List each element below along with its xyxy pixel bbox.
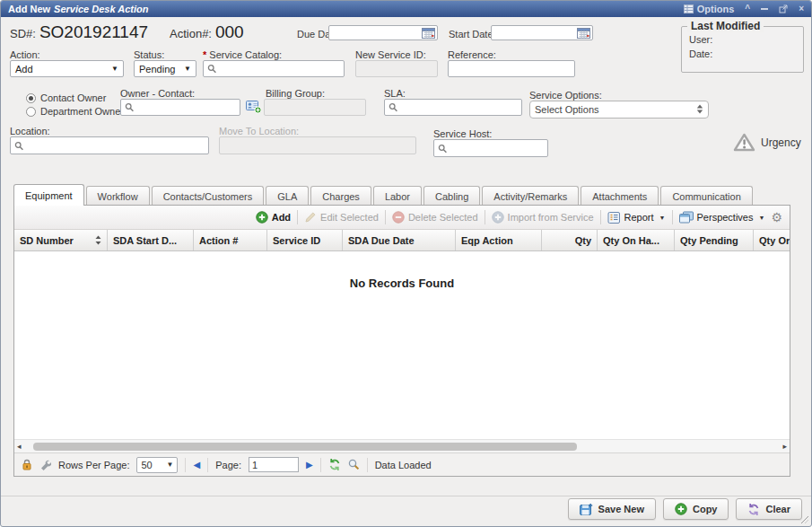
service-catalog-input[interactable] bbox=[203, 60, 345, 77]
tab-label: GLA bbox=[277, 191, 297, 202]
sort-icon[interactable] bbox=[95, 235, 101, 245]
calendar-icon[interactable] bbox=[577, 27, 590, 40]
perspectives-label: Perspectives bbox=[697, 212, 754, 223]
tab-activity-remarks[interactable]: Activity/Remarks bbox=[482, 186, 579, 206]
previous-page-icon[interactable]: ◀ bbox=[193, 461, 200, 470]
wrench-icon[interactable] bbox=[39, 459, 51, 470]
start-date-input[interactable] bbox=[491, 25, 593, 40]
tab-label: Cabling bbox=[435, 191, 468, 202]
options-button[interactable]: Options bbox=[684, 4, 735, 14]
urgency-indicator[interactable]: Urgency bbox=[733, 133, 801, 152]
action-select[interactable]: Add▼ bbox=[10, 60, 124, 77]
resize-grip[interactable] bbox=[799, 514, 809, 524]
sla-label: SLA: bbox=[384, 88, 406, 99]
page-number-input[interactable]: 1 bbox=[249, 457, 299, 472]
options-label: Options bbox=[697, 4, 735, 14]
perspectives-menu-button[interactable]: Perspectives ▼ bbox=[679, 211, 765, 224]
urgency-warning-icon bbox=[733, 133, 755, 152]
tab-contacts-customers[interactable]: Contacts/Customers bbox=[152, 186, 265, 206]
popout-icon[interactable] bbox=[779, 4, 788, 13]
tab-charges[interactable]: Charges bbox=[310, 186, 371, 206]
save-new-button[interactable]: Save New bbox=[568, 498, 656, 520]
horizontal-scrollbar[interactable]: ◂ ▸ bbox=[14, 439, 790, 452]
action-field-label: Action: bbox=[10, 49, 40, 60]
column-header-qty[interactable]: Qty bbox=[542, 230, 598, 250]
scrollbar-thumb[interactable] bbox=[33, 443, 578, 451]
column-label: Action # bbox=[199, 235, 238, 246]
tab-workflow[interactable]: Workflow bbox=[86, 186, 150, 206]
tab-communication[interactable]: Communication bbox=[660, 186, 752, 206]
service-host-input[interactable] bbox=[433, 139, 548, 157]
toolbar-separator bbox=[672, 210, 673, 224]
scroll-left-icon[interactable]: ◂ bbox=[17, 443, 22, 451]
location-label: Location: bbox=[10, 126, 50, 136]
service-options-select[interactable]: Select Options bbox=[529, 101, 709, 119]
reference-input[interactable] bbox=[448, 60, 575, 77]
empty-message: No Records Found bbox=[14, 277, 790, 290]
footer-divider bbox=[1, 496, 811, 496]
clear-button[interactable]: Clear bbox=[736, 498, 802, 520]
contact-owner-radio-label: Contact Owner bbox=[40, 92, 106, 103]
column-header-sda-start-date[interactable]: SDA Start D... bbox=[108, 230, 194, 250]
action-number-label: Action#: bbox=[170, 27, 212, 40]
collapse-icon[interactable]: ^ bbox=[745, 4, 750, 13]
delete-selected-button[interactable]: Delete Selected bbox=[392, 211, 478, 224]
new-service-id-label: New Service ID: bbox=[355, 49, 426, 60]
import-icon bbox=[492, 211, 504, 224]
due-date-input[interactable] bbox=[328, 25, 438, 40]
refresh-icon[interactable] bbox=[328, 459, 341, 470]
owner-contact-label: Owner - Contact: bbox=[120, 88, 195, 99]
column-header-sda-due-date[interactable]: SDA Due Date bbox=[343, 230, 456, 250]
tab-equipment[interactable]: Equipment bbox=[13, 184, 84, 206]
tab-cabling[interactable]: Cabling bbox=[423, 186, 480, 206]
gear-icon[interactable]: ⚙ bbox=[771, 211, 782, 224]
move-to-location-label: Move To Location: bbox=[219, 126, 299, 136]
page-label: Page: bbox=[215, 460, 241, 470]
scroll-right-icon[interactable]: ▸ bbox=[782, 443, 787, 451]
column-label: Eqp Action bbox=[461, 235, 513, 246]
report-menu-button[interactable]: Report ▼ bbox=[607, 212, 666, 224]
add-button[interactable]: Add bbox=[256, 211, 291, 224]
department-owner-radio[interactable]: Department Owner bbox=[26, 106, 124, 117]
close-icon[interactable]: × bbox=[799, 4, 804, 13]
tab-label: Charges bbox=[322, 191, 360, 202]
tab-label: Attachments bbox=[592, 191, 647, 202]
page-number-value: 1 bbox=[252, 460, 258, 470]
pencil-icon bbox=[304, 211, 317, 224]
copy-button[interactable]: Copy bbox=[663, 498, 729, 520]
radio-unselected-icon bbox=[26, 107, 36, 117]
sla-input[interactable] bbox=[384, 99, 522, 116]
column-header-action-number[interactable]: Action # bbox=[194, 230, 267, 250]
lock-icon[interactable] bbox=[22, 459, 32, 470]
tab-gla[interactable]: GLA bbox=[266, 186, 309, 206]
scrollbar-track[interactable] bbox=[24, 443, 781, 451]
column-header-qty-pending[interactable]: Qty Pending bbox=[675, 230, 754, 250]
service-catalog-label-text: Service Catalog: bbox=[209, 49, 282, 60]
service-options-label: Service Options: bbox=[529, 90, 602, 101]
contact-owner-radio[interactable]: Contact Owner bbox=[26, 92, 106, 103]
rows-per-page-select[interactable]: 50 ▼ bbox=[136, 457, 178, 473]
column-header-qty-on-hand[interactable]: Qty On Ha... bbox=[598, 230, 675, 250]
owner-contact-input[interactable] bbox=[120, 99, 240, 116]
location-input[interactable] bbox=[10, 136, 209, 154]
pager-separator bbox=[367, 458, 368, 472]
titlebar: Add New Service Desk Action Options ^ × bbox=[1, 1, 811, 17]
tab-attachments[interactable]: Attachments bbox=[581, 186, 659, 206]
status-select[interactable]: Pending▼ bbox=[134, 60, 196, 77]
column-header-qty-ordered[interactable]: Qty Order... bbox=[754, 230, 790, 250]
search-records-icon[interactable] bbox=[348, 459, 360, 470]
import-from-service-button[interactable]: Import from Service bbox=[492, 211, 594, 224]
minimize-icon[interactable] bbox=[761, 8, 768, 10]
calendar-icon[interactable] bbox=[422, 27, 435, 40]
next-page-icon[interactable]: ▶ bbox=[306, 461, 313, 470]
toolbar-separator bbox=[297, 210, 298, 224]
column-header-service-id[interactable]: Service ID bbox=[267, 230, 343, 250]
department-owner-radio-label: Department Owner bbox=[40, 106, 124, 117]
edit-selected-button[interactable]: Edit Selected bbox=[304, 211, 379, 224]
clear-refresh-icon bbox=[747, 504, 760, 515]
search-icon bbox=[389, 102, 398, 112]
column-header-eqp-action[interactable]: Eqp Action bbox=[456, 230, 542, 250]
tab-labor[interactable]: Labor bbox=[373, 186, 422, 206]
add-contact-card-icon[interactable] bbox=[246, 100, 262, 118]
column-header-sd-number[interactable]: SD Number bbox=[14, 230, 108, 250]
